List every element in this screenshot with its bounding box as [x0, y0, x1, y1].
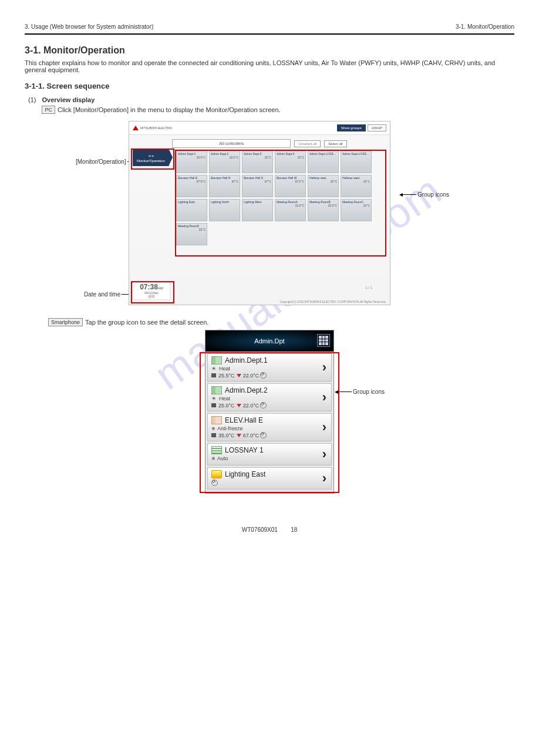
callout-group-icons: Group icons — [417, 191, 449, 198]
pc-screenshot: MITSUBISHI ELECTRIC Show groups HWHP Con… — [129, 121, 390, 305]
section-title: 3-1. Monitor/Operation — [25, 45, 514, 56]
callout-datetime: Date and time — [84, 291, 120, 298]
highlight-box — [175, 150, 386, 256]
grid-view-button[interactable] — [317, 334, 330, 347]
hwhp-button[interactable]: HWHP — [368, 124, 386, 131]
step-number: (1) — [26, 95, 38, 115]
section-intro: This chapter explains how to monitor and… — [25, 59, 514, 73]
smartphone-badge: Smartphone — [48, 318, 83, 326]
pc-badge: PC — [42, 106, 55, 114]
divider — [25, 33, 514, 35]
highlight-box — [131, 281, 174, 303]
step-desc-pc: Click [Monitor/Operation] in the menu to… — [58, 106, 281, 113]
footer: WT07609X01 18 — [0, 526, 539, 533]
running-header: 3. Usage (Web browser for System adminis… — [25, 23, 514, 30]
step-title: Overview display — [42, 96, 280, 103]
unselect-all-button[interactable]: Unselect all — [294, 140, 321, 147]
select-all-button[interactable]: Select all — [324, 140, 346, 147]
step-desc-smartphone: Tap the group icon to see the detail scr… — [85, 319, 208, 326]
show-groups-button[interactable]: Show groups — [337, 124, 366, 131]
page-indicator: 1 / 1 — [365, 286, 372, 289]
header-right: 3-1. Monitor/Operation — [456, 23, 514, 30]
callout-group-icons: Group icons — [353, 389, 385, 395]
controller-dropdown[interactable]: All controllers — [172, 139, 291, 148]
phone-figure: Group icons Admin.Dpt Admin.Dept.1Heat25… — [199, 330, 340, 494]
pc-figure: [Monitor/Operation] Date and time Group … — [129, 121, 410, 305]
brand-logo: MITSUBISHI ELECTRIC — [133, 126, 173, 130]
highlight-box — [131, 148, 174, 170]
step-block: (1) Overview display PC Click [Monitor/O… — [25, 94, 284, 116]
arrow-icon — [400, 194, 416, 195]
phone-header: Admin.Dpt — [206, 330, 333, 352]
highlight-box — [200, 352, 339, 493]
header-left: 3. Usage (Web browser for System adminis… — [25, 23, 153, 30]
subsection-title: 3-1-1. Screen sequence — [25, 82, 514, 90]
phone-screenshot: Admin.Dpt Admin.Dept.1Heat25.5°C 22.0°C … — [205, 330, 334, 494]
logo-icon — [133, 126, 139, 130]
copyright: Copyright(C) 2015 MITSUBISHI ELECTRIC CO… — [279, 300, 386, 303]
callout-monitor-op: [Monitor/Operation] — [76, 158, 126, 165]
